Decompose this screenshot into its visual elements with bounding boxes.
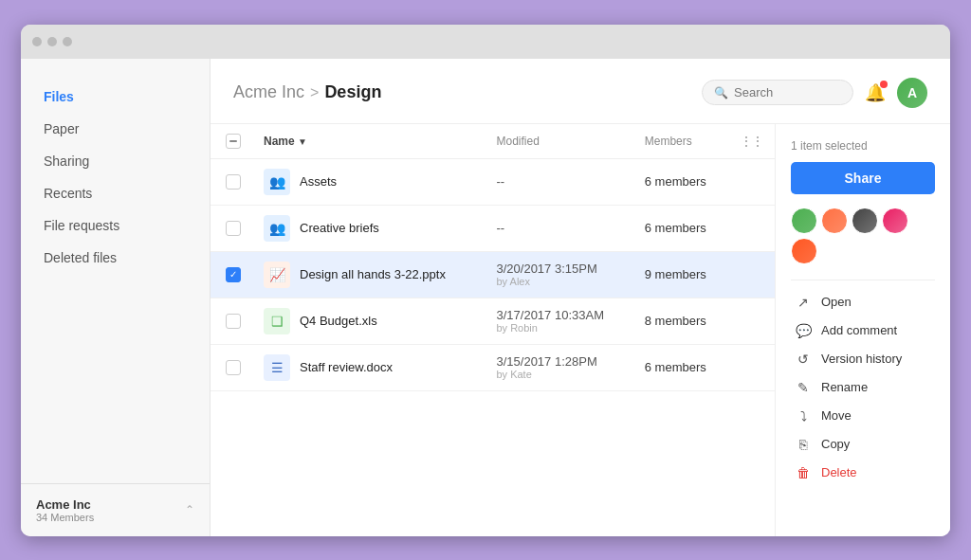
action-icon-version-history: ↺: [795, 352, 812, 367]
modified-date-3: 3/17/2017 10:33AM: [496, 308, 621, 322]
action-icon-copy: ⎘: [795, 437, 812, 452]
action-item-move[interactable]: ⤵ Move: [791, 402, 935, 430]
sidebar-item-paper[interactable]: Paper: [36, 114, 194, 144]
row-name-cell-2: 📈 Design all hands 3-22.pptx: [252, 251, 485, 298]
member-avatar-3[interactable]: [852, 208, 878, 234]
titlebar-dot-1: [32, 37, 42, 46]
col-grid[interactable]: ⋮⋮: [729, 124, 775, 159]
sidebar-item-deleted-files[interactable]: Deleted files: [36, 243, 194, 273]
modified-by-2: by Alex: [496, 276, 621, 287]
row-checkbox-cell-2[interactable]: ✓: [211, 251, 252, 298]
notification-badge: [880, 81, 888, 88]
sidebar-item-recents[interactable]: Recents: [36, 178, 194, 208]
member-avatar-4[interactable]: [882, 208, 908, 234]
user-avatar[interactable]: A: [897, 78, 927, 108]
row-members-cell-0: 6 members: [633, 158, 729, 205]
col-select-all[interactable]: [211, 124, 252, 159]
action-item-open[interactable]: ↗ Open: [791, 288, 935, 316]
chevron-up-icon: ⌃: [185, 503, 194, 516]
sidebar-org-name: Acme Inc: [36, 497, 94, 512]
sidebar-nav: Files Paper Sharing Recents File request…: [21, 81, 210, 483]
member-avatars: [791, 208, 935, 264]
action-item-copy[interactable]: ⎘ Copy: [791, 430, 935, 459]
breadcrumb-current: Design: [324, 82, 381, 102]
sidebar-footer[interactable]: Acme Inc 34 Members ⌃: [21, 483, 210, 536]
row-members-cell-4: 6 members: [633, 344, 729, 390]
row-modified-cell-3: 3/17/2017 10:33AM by Robin: [485, 298, 632, 344]
search-box[interactable]: 🔍: [702, 80, 853, 105]
row-modified-cell-4: 3/15/2017 1:28PM by Kate: [485, 344, 632, 390]
row-checkbox-4[interactable]: [226, 360, 241, 375]
action-item-delete[interactable]: 🗑 Delete: [791, 459, 935, 487]
member-avatar-2[interactable]: [821, 208, 848, 234]
sort-arrow-icon: ▼: [298, 136, 307, 147]
app-window: Files Paper Sharing Recents File request…: [21, 25, 950, 536]
content-area: Name ▼ Modified Members ⋮⋮: [211, 124, 950, 536]
row-members-cell-2: 9 members: [633, 251, 729, 298]
col-header-modified: Modified: [485, 124, 632, 159]
row-checkbox-cell-0[interactable]: [211, 158, 252, 205]
sidebar-item-file-requests[interactable]: File requests: [36, 210, 194, 241]
titlebar-dot-3: [63, 37, 72, 46]
sidebar-members-count: 34 Members: [36, 512, 94, 523]
member-avatar-1[interactable]: [791, 208, 817, 234]
row-checkbox-0[interactable]: [226, 174, 241, 190]
header-right: 🔍 🔔 A: [702, 78, 927, 108]
action-label-move: Move: [821, 408, 852, 423]
row-checkbox-cell-1[interactable]: [211, 205, 252, 251]
row-modified-cell-1: --: [485, 205, 632, 251]
sidebar-footer-info: Acme Inc 34 Members: [36, 497, 94, 523]
action-label-rename: Rename: [821, 380, 868, 394]
row-checkbox-cell-4[interactable]: [211, 344, 252, 390]
modified-by-3: by Robin: [496, 322, 621, 334]
file-table: Name ▼ Modified Members ⋮⋮: [211, 124, 775, 391]
file-name-2: Design all hands 3-22.pptx: [300, 267, 446, 281]
action-label-copy: Copy: [821, 437, 850, 451]
table-row[interactable]: ☰ Staff review.docx 3/15/2017 1:28PM by …: [211, 344, 775, 390]
modified-date-4: 3/15/2017 1:28PM: [496, 354, 621, 369]
select-all-checkbox[interactable]: [226, 134, 241, 149]
selected-label: 1 item selected: [791, 139, 935, 153]
row-name-cell-0: 👥 Assets: [252, 158, 485, 205]
action-divider: [791, 280, 935, 280]
col-header-name[interactable]: Name ▼: [252, 124, 485, 159]
row-name-cell-3: ❑ Q4 Budget.xls: [252, 298, 485, 344]
search-input[interactable]: [734, 85, 841, 99]
titlebar: [21, 25, 950, 59]
table-row[interactable]: 👥 Assets -- 6 members: [211, 158, 775, 205]
file-name-0: Assets: [300, 174, 337, 189]
action-icon-open: ↗: [795, 295, 812, 310]
modified-date-2: 3/20/2017 3:15PM: [496, 262, 621, 276]
row-modified-cell-2: 3/20/2017 3:15PM by Alex: [485, 251, 632, 298]
row-members-cell-3: 8 members: [633, 298, 729, 344]
modified-date-1: --: [496, 221, 621, 235]
sidebar-item-files[interactable]: Files: [36, 81, 194, 112]
file-icon-0: 👥: [264, 169, 290, 195]
table-row[interactable]: 👥 Creative briefs -- 6 members: [211, 205, 775, 251]
table-header-row: Name ▼ Modified Members ⋮⋮: [211, 124, 775, 159]
action-icon-delete: 🗑: [795, 465, 812, 480]
file-icon-3: ❑: [264, 308, 290, 334]
row-checkbox-2[interactable]: ✓: [226, 267, 241, 282]
breadcrumb-org: Acme Inc: [233, 82, 304, 102]
table-row[interactable]: ❑ Q4 Budget.xls 3/17/2017 10:33AM by Rob…: [211, 298, 775, 344]
row-checkbox-1[interactable]: [226, 221, 241, 236]
action-label-open: Open: [821, 295, 852, 309]
action-label-add-comment: Add comment: [821, 323, 897, 337]
table-row[interactable]: ✓ 📈 Design all hands 3-22.pptx 3/20/2017…: [211, 251, 775, 298]
header: Acme Inc > Design 🔍 🔔 A: [211, 59, 950, 124]
action-item-add-comment[interactable]: 💬 Add comment: [791, 316, 935, 345]
row-checkbox-cell-3[interactable]: [211, 298, 252, 344]
sidebar-item-sharing[interactable]: Sharing: [36, 146, 194, 176]
action-icon-move: ⤵: [795, 408, 812, 424]
share-button[interactable]: Share: [791, 162, 935, 194]
action-item-version-history[interactable]: ↺ Version history: [791, 345, 935, 373]
file-icon-4: ☰: [264, 354, 290, 381]
file-list-panel: Name ▼ Modified Members ⋮⋮: [211, 124, 775, 536]
action-item-rename[interactable]: ✎ Rename: [791, 373, 935, 402]
notification-button[interactable]: 🔔: [865, 82, 886, 103]
member-avatar-5[interactable]: [791, 238, 817, 264]
row-checkbox-3[interactable]: [226, 314, 241, 329]
action-label-delete: Delete: [821, 465, 857, 479]
sidebar: Files Paper Sharing Recents File request…: [21, 59, 211, 536]
